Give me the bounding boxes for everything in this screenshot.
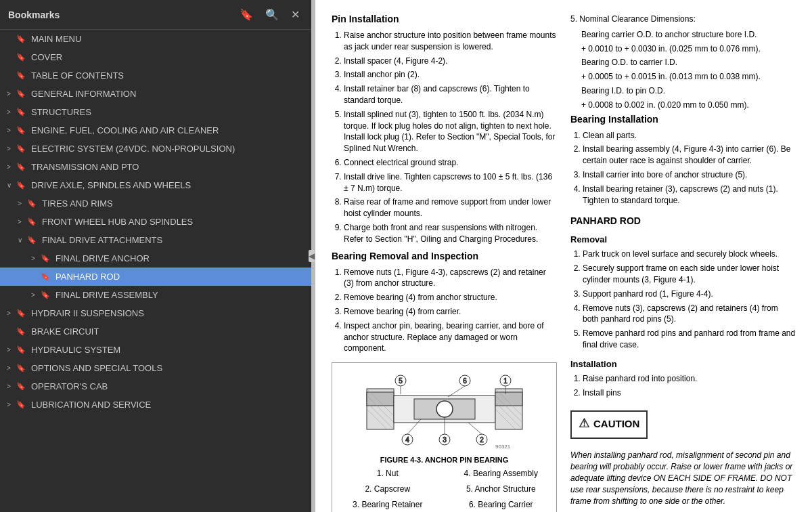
sidebar-item-label-general-info: GENERAL INFORMATION (31, 89, 306, 99)
sidebar-item-label-panhard-rod: PANHARD ROD (55, 272, 306, 282)
sidebar-tree: 🔖MAIN MENU🔖COVER🔖TABLE OF CONTENTS>🔖GENE… (0, 30, 311, 512)
main-content: Pin Installation Raise anchor structure … (315, 0, 812, 512)
sidebar-item-front-wheel[interactable]: >🔖FRONT WHEEL HUB AND SPINDLES (0, 213, 311, 231)
bearing-removal-step-3: Remove bearing (4) from carrier. (344, 306, 557, 318)
sidebar-item-lubrication[interactable]: >🔖LUBRICATION AND SERVICE (0, 396, 311, 414)
sidebar-item-label-lubrication: LUBRICATION AND SERVICE (31, 400, 306, 410)
bearing-id-pin: Bearing I.D. to pin O.D. (570, 85, 796, 97)
pin-step-1: Raise anchor structure into position bet… (344, 30, 557, 53)
bookmark-icon-hydraulic: 🔖 (16, 345, 27, 354)
bookmark-icon-final-drive-anchor: 🔖 (41, 254, 51, 263)
sidebar-item-drive-axle[interactable]: ∨🔖DRIVE AXLE, SPINDLES AND WHEELS (0, 176, 311, 194)
expand-icon-engine: > (7, 127, 16, 134)
expand-icon-electric: > (7, 145, 16, 152)
removal-step-4: Remove nuts (3), capscrews (2) and retai… (583, 303, 796, 326)
bookmark-icon-drive-axle: 🔖 (16, 181, 27, 190)
splitter[interactable] (311, 0, 315, 512)
sidebar-item-final-drive-attach[interactable]: ∨🔖FINAL DRIVE ATTACHMENTS (0, 231, 311, 249)
bearing-install-step-1: Clean all parts. (583, 130, 796, 142)
install-step-2: Install pins (583, 387, 796, 399)
bookmark-icon-structures: 🔖 (16, 108, 27, 116)
sidebar-item-general-info[interactable]: >🔖GENERAL INFORMATION (0, 85, 311, 103)
expand-icon-options: > (7, 364, 16, 372)
sidebar-item-label-electric: ELECTRIC SYSTEM (24VDC. NON-PROPULSION) (31, 144, 306, 154)
svg-text:2: 2 (480, 436, 484, 444)
svg-text:4: 4 (405, 436, 409, 444)
bearing-install-step-3: Install carrier into bore of anchor stru… (583, 169, 796, 181)
removal-step-1: Park truck on level surface and securely… (583, 249, 796, 260)
sidebar-item-final-drive-assembly[interactable]: >🔖FINAL DRIVE ASSEMBLY (0, 286, 311, 304)
sidebar-item-cover[interactable]: 🔖COVER (0, 48, 311, 66)
removal-step-2: Securely support frame on each side unde… (583, 263, 796, 286)
pin-step-2: Install spacer (4, Figure 4-2). (344, 56, 557, 67)
svg-rect-10 (495, 392, 522, 406)
sidebar-item-electric[interactable]: >🔖ELECTRIC SYSTEM (24VDC. NON-PROPULSION… (0, 140, 311, 158)
bookmark-button[interactable]: 🔖 (236, 7, 256, 22)
sidebar-item-engine[interactable]: >🔖ENGINE, FUEL, COOLING AND AIR CLEANER (0, 121, 311, 140)
bookmark-icon-final-drive-attach: 🔖 (27, 236, 38, 244)
removal-step-5: Remove panhard rod pins and panhard rod … (583, 328, 796, 351)
svg-line-32 (468, 423, 482, 434)
expand-icon-hydraulic: > (7, 346, 16, 354)
bearing-od-carrier: Bearing O.D. to carrier I.D. (570, 57, 796, 68)
expand-icon-hydrair: > (7, 310, 16, 317)
figure-legend: 1. Nut2. Capscrew3. Bearing Retainer 4. … (338, 468, 551, 512)
expand-icon-front-wheel: > (18, 218, 27, 226)
pin-step-7: Install drive line. Tighten capscrews to… (344, 171, 557, 194)
sidebar-item-operators-cab[interactable]: >🔖OPERATOR'S CAB (0, 377, 311, 396)
expand-icon-operators-cab: > (7, 383, 16, 390)
bookmark-icon-cover: 🔖 (16, 53, 27, 62)
pin-step-3: Install anchor pin (2). (344, 69, 557, 81)
figure-box: 1 6 5 4 3 2 (332, 362, 557, 512)
bookmark-icon-final-drive-assembly: 🔖 (41, 291, 51, 299)
sidebar-item-hydraulic[interactable]: >🔖HYDRAULIC SYSTEM (0, 341, 311, 359)
sidebar-item-label-front-wheel: FRONT WHEEL HUB AND SPINDLES (42, 217, 306, 227)
removal-subtitle: Removal (570, 234, 796, 244)
sidebar-item-tires-rims[interactable]: >🔖TIRES AND RIMS (0, 194, 311, 213)
sidebar-item-structures[interactable]: >🔖STRUCTURES (0, 103, 311, 121)
figure-legend-col1: 1. Nut2. Capscrew3. Bearing Retainer (338, 468, 438, 512)
bookmark-icon-transmission: 🔖 (16, 163, 27, 171)
sidebar-item-label-toc: TABLE OF CONTENTS (31, 70, 306, 81)
bearing-removal-step-4: Inspect anchor pin, bearing, bearing car… (344, 320, 557, 354)
pin-steps-list: Raise anchor structure into position bet… (332, 30, 557, 245)
caution-title: CAUTION (593, 418, 639, 429)
sidebar-item-label-final-drive-anchor: FINAL DRIVE ANCHOR (55, 253, 306, 263)
bookmark-icon-main-menu: 🔖 (16, 35, 27, 43)
sidebar-item-label-final-drive-attach: FINAL DRIVE ATTACHMENTS (42, 235, 306, 245)
svg-text:3: 3 (443, 436, 447, 444)
bearing-install-step-4: Install bearing retainer (3), capscrews … (583, 184, 796, 207)
install-list: Raise panhard rod into position.Install … (570, 373, 796, 399)
sidebar-item-panhard-rod[interactable]: 🔖PANHARD ROD (0, 268, 311, 286)
pin-installation-title: Pin Installation (332, 14, 557, 24)
bearing-installation-title: Bearing Installation (570, 114, 796, 125)
right-column: 5. Nominal Clearance Dimensions: Bearing… (570, 14, 796, 512)
svg-text:90321: 90321 (495, 444, 511, 450)
svg-rect-1 (367, 392, 394, 406)
figure-legend-col2: 4. Bearing Assembly5. Anchor Structure6.… (451, 468, 551, 512)
bearing-removal-list: Remove nuts (1, Figure 4-3), capscrews (… (332, 267, 557, 355)
sidebar-title: Bookmarks (8, 9, 60, 20)
sidebar-item-brake[interactable]: 🔖BRAKE CIRCUIT (0, 322, 311, 341)
sidebar-item-hydrair[interactable]: >🔖HYDRAIR II SUSPENSIONS (0, 304, 311, 322)
bookmark-icon-engine: 🔖 (16, 126, 27, 135)
sidebar-item-options[interactable]: >🔖OPTIONS AND SPECIAL TOOLS (0, 359, 311, 377)
sidebar-item-label-operators-cab: OPERATOR'S CAB (31, 381, 306, 391)
close-button[interactable]: ✕ (288, 7, 303, 22)
expand-icon-lubrication: > (7, 401, 16, 408)
sidebar-item-final-drive-anchor[interactable]: >🔖FINAL DRIVE ANCHOR (0, 249, 311, 268)
left-column: Pin Installation Raise anchor structure … (332, 14, 557, 512)
sidebar-item-main-menu[interactable]: 🔖MAIN MENU (0, 30, 311, 48)
search-button[interactable]: 🔍 (262, 7, 282, 22)
caution-triangle-icon: ⚠ (579, 416, 589, 431)
sidebar-item-label-drive-axle: DRIVE AXLE, SPINDLES AND WHEELS (31, 180, 306, 190)
pin-step-6: Connect electrical ground strap. (344, 157, 557, 169)
sidebar-item-toc[interactable]: 🔖TABLE OF CONTENTS (0, 66, 311, 85)
bearing-removal-step-2: Remove bearing (4) from anchor structure… (344, 292, 557, 303)
svg-point-8 (436, 401, 453, 417)
legend-col1-item: 3. Bearing Retainer (338, 499, 438, 511)
sidebar-item-transmission[interactable]: >🔖TRANSMISSION AND PTO (0, 158, 311, 176)
sidebar-item-label-transmission: TRANSMISSION AND PTO (31, 162, 306, 172)
nominal-title: 5. Nominal Clearance Dimensions: (570, 14, 796, 25)
bookmark-icon-tires-rims: 🔖 (27, 199, 38, 208)
